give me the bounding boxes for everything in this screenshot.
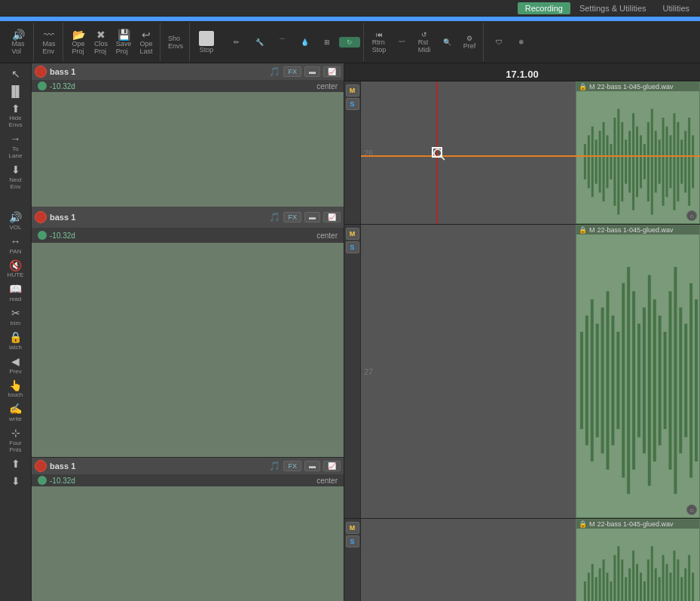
svg-rect-41 xyxy=(616,332,619,429)
shield-btn[interactable]: 🛡 xyxy=(488,37,509,48)
track-name-2: bass 1 xyxy=(50,213,266,222)
solo-btn-2[interactable]: S xyxy=(346,241,359,253)
solo-btn-3[interactable]: S xyxy=(346,535,359,547)
svg-rect-32 xyxy=(692,135,694,188)
grid-tool-btn[interactable]: ⊞ xyxy=(316,37,338,48)
open-last-btn[interactable]: ↩ OpeLast xyxy=(136,28,157,57)
svg-rect-67 xyxy=(617,546,619,601)
svg-rect-28 xyxy=(677,122,679,201)
arrange-track-content-2[interactable]: 27 🔒 M 22-bass 1-045-glued.wav xyxy=(361,225,700,518)
track-vol-btn-2[interactable]: ▬ xyxy=(304,212,320,222)
sidebar-item-mute[interactable]: 🔇 HUTE xyxy=(2,258,29,281)
svg-rect-78 xyxy=(659,577,661,601)
svg-rect-86 xyxy=(688,555,690,601)
sidebar-item-prev[interactable]: ◀ Prev xyxy=(2,354,29,376)
nav-tab-utilities[interactable]: Utilities xyxy=(656,2,697,14)
mas-vol-btn[interactable]: 🔊 MasVol xyxy=(8,28,29,57)
collapse-btn-2[interactable]: ○ xyxy=(686,504,697,515)
collapse-btn-1[interactable]: ○ xyxy=(686,210,697,221)
arrange-track-content-3[interactable]: 🔒 M 22-bass 1-045-glued.wav xyxy=(361,519,700,601)
sidebar-item-vol[interactable]: 🔊 VOL xyxy=(2,210,29,232)
sidebar-item-pan[interactable]: ↔ PAN xyxy=(2,234,29,256)
track-fx-btn-2[interactable]: FX xyxy=(283,212,301,222)
timeline-ruler: 17.1.00 xyxy=(344,65,700,80)
track-fx-btn-3[interactable]: FX xyxy=(283,461,301,471)
timeline-header[interactable]: 17.1.00 xyxy=(344,63,700,81)
track-vol-btn-1[interactable]: ▬ xyxy=(304,66,320,77)
svg-rect-38 xyxy=(601,308,604,454)
track-headers: bass 1 🎵 FX ▬ 📈 -10.32d center bass 1 xyxy=(32,63,344,601)
touch-icon: 👆 xyxy=(9,379,22,392)
track-midi-icon-2[interactable]: 🎵 xyxy=(269,212,280,222)
sidebar-item-write[interactable]: ✍ write xyxy=(2,401,29,424)
stop-btn[interactable]: Stop xyxy=(196,29,217,55)
pref-btn[interactable]: ⚙ Pref xyxy=(459,33,480,51)
track-midi-icon-3[interactable]: 🎵 xyxy=(269,461,280,471)
sidebar-item-latch[interactable]: 🔒 latch xyxy=(2,330,29,352)
track-env-btn-1[interactable]: 📈 xyxy=(323,66,341,77)
sidebar-item-touch[interactable]: 👆 touch xyxy=(2,378,29,400)
snowflake-btn[interactable]: ❄ xyxy=(511,37,532,48)
close-proj-btn[interactable]: ✖ ClosProj xyxy=(90,28,112,57)
draw-tool-btn[interactable]: ✏ xyxy=(226,37,247,48)
svg-rect-16 xyxy=(632,113,634,210)
arrange-row-2: M S 27 🔒 M 22-bass 1-045-glued.wav xyxy=(344,225,700,519)
mas-env-btn[interactable]: 〰 MasEnv xyxy=(38,28,60,57)
nav-tab-settings[interactable]: Settings & Utilities xyxy=(572,2,654,14)
track-record-btn-1[interactable] xyxy=(35,66,47,78)
track-header-1: bass 1 🎵 FX ▬ 📈 -10.32d center xyxy=(32,63,344,207)
sidebar-item-upload1[interactable]: ⬆ xyxy=(2,456,29,472)
rstmidi-icon: ↺ xyxy=(421,31,427,38)
squiggle-btn[interactable]: 〰 xyxy=(391,37,412,48)
toolbar: 🔊 MasVol 〰 MasEnv 📂 OpeProj ✖ ClosProj 💾… xyxy=(0,21,700,63)
audio-clip-3[interactable]: 🔒 M 22-bass 1-045-glued.wav xyxy=(576,519,700,601)
rst-midi-btn[interactable]: ↺ RstMidi xyxy=(414,29,435,55)
sidebar-item-upload2[interactable]: ⬇ xyxy=(2,474,29,489)
drop-tool-btn[interactable]: 💧 xyxy=(294,37,315,48)
sidebar-item-bars[interactable]: ▐▌ xyxy=(2,84,29,100)
nav-tab-recording[interactable]: Recording xyxy=(518,2,570,14)
track-vol-btn-3[interactable]: ▬ xyxy=(304,461,320,471)
sidebar-item-fourpnts[interactable]: ⊹ FourPnts xyxy=(2,425,29,455)
audio-clip-2[interactable]: 🔒 M 22-bass 1-045-glued.wav xyxy=(576,225,700,518)
track-midi-icon-1[interactable]: 🎵 xyxy=(269,66,280,77)
track-record-btn-2[interactable] xyxy=(35,211,47,223)
audio-clip-1[interactable]: 🔒 M 22-bass 1-045-glued.wav xyxy=(576,81,700,224)
track-body-2[interactable] xyxy=(32,243,344,457)
wrench-tool-btn[interactable]: 🔧 xyxy=(249,37,270,48)
mute-btn-2[interactable]: M xyxy=(346,228,359,240)
svg-rect-53 xyxy=(679,308,682,454)
sidebar-item-next-env[interactable]: ⬇ NextEnv xyxy=(2,162,29,192)
sidebar-item-trim[interactable]: ✂ trim xyxy=(2,305,29,328)
svg-rect-82 xyxy=(673,550,675,601)
toolbar-group-stop: Stop xyxy=(191,23,222,61)
svg-rect-34 xyxy=(580,332,583,429)
track-pan-label-1: center xyxy=(316,82,338,90)
track-fx-btn-1[interactable]: FX xyxy=(283,66,301,77)
svg-rect-12 xyxy=(617,109,619,214)
lock-icon-2: 🔒 xyxy=(579,226,587,234)
open-proj-btn[interactable]: 📂 OpeProj xyxy=(68,28,89,57)
solo-btn-1[interactable]: S xyxy=(346,98,359,110)
masenv-icon: 〰 xyxy=(44,29,54,40)
show-envs-btn[interactable]: ShoEnvs xyxy=(165,33,186,51)
curve-tool-btn[interactable]: ⌒ xyxy=(271,35,292,48)
track-record-btn-3[interactable] xyxy=(35,460,47,472)
sidebar-item-hide-envs[interactable]: ⬆ HideEnvs xyxy=(2,101,29,130)
sidebar-item-read[interactable]: 📖 read xyxy=(2,281,29,304)
track-env-btn-3[interactable]: 📈 xyxy=(323,461,341,471)
mute-btn-3[interactable]: M xyxy=(346,522,359,534)
sidebar-item-pointer[interactable]: ↖ xyxy=(2,66,29,82)
svg-rect-76 xyxy=(651,546,653,601)
svg-rect-5 xyxy=(591,127,594,198)
arrange-track-content-1[interactable]: 26 xyxy=(361,81,700,224)
save-proj-btn[interactable]: 💾 SaveProj xyxy=(113,28,134,57)
rtrn-stop-btn[interactable]: ⏮ RtrnStop xyxy=(368,29,390,55)
zoom2-btn[interactable]: 🔍 xyxy=(436,37,457,48)
mute-btn-1[interactable]: M xyxy=(346,84,359,97)
track-env-btn-2[interactable]: 📈 xyxy=(323,212,341,222)
loop-tool-btn[interactable]: ↻ xyxy=(339,37,360,48)
track-body-1[interactable] xyxy=(32,92,344,213)
sidebar-item-to-lane[interactable]: → ToLane xyxy=(2,131,29,161)
track-body-3[interactable] xyxy=(32,486,344,601)
